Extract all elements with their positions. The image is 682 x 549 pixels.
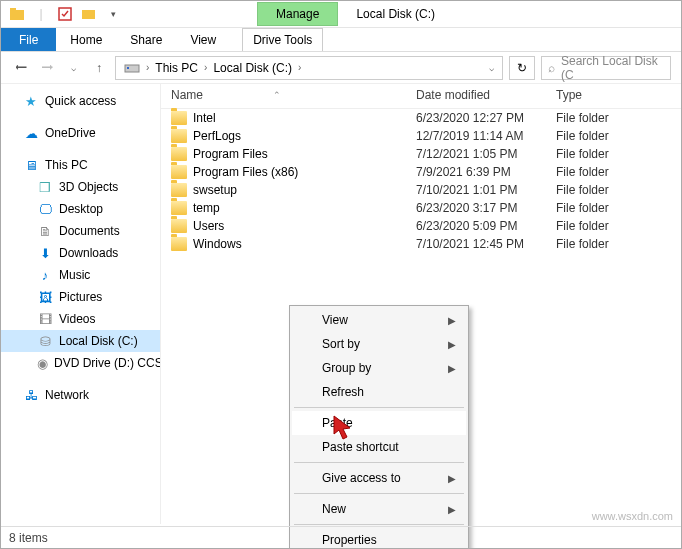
qat-dropdown-icon[interactable]: ▾ <box>105 6 121 22</box>
col-type[interactable]: Type <box>556 88 681 102</box>
new-folder-icon[interactable] <box>81 6 97 22</box>
chevron-right-icon[interactable]: › <box>298 62 301 73</box>
file-list: Intel6/23/2020 12:27 PMFile folderPerfLo… <box>161 109 681 253</box>
file-type: File folder <box>556 165 681 179</box>
ctx-paste-shortcut[interactable]: Paste shortcut <box>292 435 466 459</box>
breadcrumb-this-pc[interactable]: This PC <box>151 59 202 77</box>
nav-label: OneDrive <box>45 126 96 140</box>
file-date: 12/7/2019 11:14 AM <box>416 129 556 143</box>
table-row[interactable]: temp6/23/2020 3:17 PMFile folder <box>161 199 681 217</box>
table-row[interactable]: Program Files (x86)7/9/2021 6:39 PMFile … <box>161 163 681 181</box>
nav-label: Local Disk (C:) <box>59 334 138 348</box>
nav-3d-objects[interactable]: ❒3D Objects <box>1 176 160 198</box>
nav-this-pc[interactable]: 🖥This PC <box>1 154 160 176</box>
nav-label: This PC <box>45 158 88 172</box>
desktop-icon: 🖵 <box>37 201 53 217</box>
nav-pane: ★Quick access ☁OneDrive 🖥This PC ❒3D Obj… <box>1 84 161 524</box>
search-box[interactable]: ⌕ Search Local Disk (C <box>541 56 671 80</box>
svg-rect-1 <box>10 8 16 11</box>
music-icon: ♪ <box>37 267 53 283</box>
file-name: Intel <box>193 111 216 125</box>
chevron-right-icon: ▶ <box>448 315 456 326</box>
tab-share[interactable]: Share <box>116 28 176 51</box>
file-date: 7/10/2021 1:01 PM <box>416 183 556 197</box>
ribbon: File Home Share View Drive Tools <box>1 28 681 52</box>
nav-label: Documents <box>59 224 120 238</box>
disk-icon: ⛁ <box>37 333 53 349</box>
ctx-new[interactable]: New▶ <box>292 497 466 521</box>
breadcrumb-drive-icon[interactable] <box>120 59 144 77</box>
file-name: PerfLogs <box>193 129 241 143</box>
tab-file[interactable]: File <box>1 28 56 51</box>
folder-icon <box>171 201 187 215</box>
breadcrumb-dropdown-icon[interactable]: ⌵ <box>489 63 494 73</box>
folder-icon <box>171 147 187 161</box>
folder-icon <box>171 237 187 251</box>
file-type: File folder <box>556 237 681 251</box>
status-item-count: 8 items <box>9 531 48 545</box>
table-row[interactable]: swsetup7/10/2021 1:01 PMFile folder <box>161 181 681 199</box>
nav-label: Pictures <box>59 290 102 304</box>
nav-onedrive[interactable]: ☁OneDrive <box>1 122 160 144</box>
ctx-give-access[interactable]: Give access to▶ <box>292 466 466 490</box>
table-row[interactable]: PerfLogs12/7/2019 11:14 AMFile folder <box>161 127 681 145</box>
refresh-button[interactable]: ↻ <box>509 56 535 80</box>
ctx-refresh[interactable]: Refresh <box>292 380 466 404</box>
nav-local-disk[interactable]: ⛁Local Disk (C:) <box>1 330 160 352</box>
file-date: 6/23/2020 5:09 PM <box>416 219 556 233</box>
ctx-group-by[interactable]: Group by▶ <box>292 356 466 380</box>
folder-icon <box>171 129 187 143</box>
tab-home[interactable]: Home <box>56 28 116 51</box>
file-date: 7/9/2021 6:39 PM <box>416 165 556 179</box>
ctx-paste[interactable]: Paste <box>292 411 466 435</box>
nav-label: Desktop <box>59 202 103 216</box>
file-type: File folder <box>556 129 681 143</box>
ctx-separator <box>294 462 464 463</box>
svg-rect-5 <box>127 67 129 69</box>
chevron-right-icon[interactable]: › <box>204 62 207 73</box>
nav-documents[interactable]: 🗎Documents <box>1 220 160 242</box>
up-button[interactable]: ↑ <box>89 58 109 78</box>
table-row[interactable]: Program Files7/12/2021 1:05 PMFile folde… <box>161 145 681 163</box>
nav-label: Downloads <box>59 246 118 260</box>
folder-icon <box>171 165 187 179</box>
properties-icon[interactable] <box>57 6 73 22</box>
nav-downloads[interactable]: ⬇Downloads <box>1 242 160 264</box>
file-date: 7/10/2021 12:45 PM <box>416 237 556 251</box>
breadcrumb-local-disk[interactable]: Local Disk (C:) <box>209 59 296 77</box>
nav-desktop[interactable]: 🖵Desktop <box>1 198 160 220</box>
nav-label: Network <box>45 388 89 402</box>
nav-quick-access[interactable]: ★Quick access <box>1 90 160 112</box>
file-name: Program Files (x86) <box>193 165 298 179</box>
video-icon: 🎞 <box>37 311 53 327</box>
manage-tab[interactable]: Manage <box>257 2 338 26</box>
ctx-sort-by[interactable]: Sort by▶ <box>292 332 466 356</box>
forward-button[interactable]: 🠖 <box>37 58 57 78</box>
download-icon: ⬇ <box>37 245 53 261</box>
title-bar: | ▾ Manage Local Disk (C:) <box>1 1 681 28</box>
nav-videos[interactable]: 🎞Videos <box>1 308 160 330</box>
nav-label: 3D Objects <box>59 180 118 194</box>
nav-label: Quick access <box>45 94 116 108</box>
nav-pictures[interactable]: 🖼Pictures <box>1 286 160 308</box>
file-date: 6/23/2020 12:27 PM <box>416 111 556 125</box>
chevron-right-icon[interactable]: › <box>146 62 149 73</box>
table-row[interactable]: Windows7/10/2021 12:45 PMFile folder <box>161 235 681 253</box>
col-name[interactable]: Name⌃ <box>171 88 416 102</box>
recent-dropdown[interactable]: ⌵ <box>63 58 83 78</box>
tab-view[interactable]: View <box>176 28 230 51</box>
table-row[interactable]: Users6/23/2020 5:09 PMFile folder <box>161 217 681 235</box>
table-row[interactable]: Intel6/23/2020 12:27 PMFile folder <box>161 109 681 127</box>
document-icon: 🗎 <box>37 223 53 239</box>
breadcrumb-box[interactable]: › This PC › Local Disk (C:) › ⌵ <box>115 56 503 80</box>
nav-music[interactable]: ♪Music <box>1 264 160 286</box>
file-name: Windows <box>193 237 242 251</box>
tab-drive-tools[interactable]: Drive Tools <box>242 28 323 51</box>
ctx-separator <box>294 493 464 494</box>
col-date[interactable]: Date modified <box>416 88 556 102</box>
window-title: Local Disk (C:) <box>338 2 453 26</box>
nav-network[interactable]: 🖧Network <box>1 384 160 406</box>
nav-dvd-drive[interactable]: ◉DVD Drive (D:) CCSA <box>1 352 160 374</box>
back-button[interactable]: 🠔 <box>11 58 31 78</box>
ctx-view[interactable]: View▶ <box>292 308 466 332</box>
